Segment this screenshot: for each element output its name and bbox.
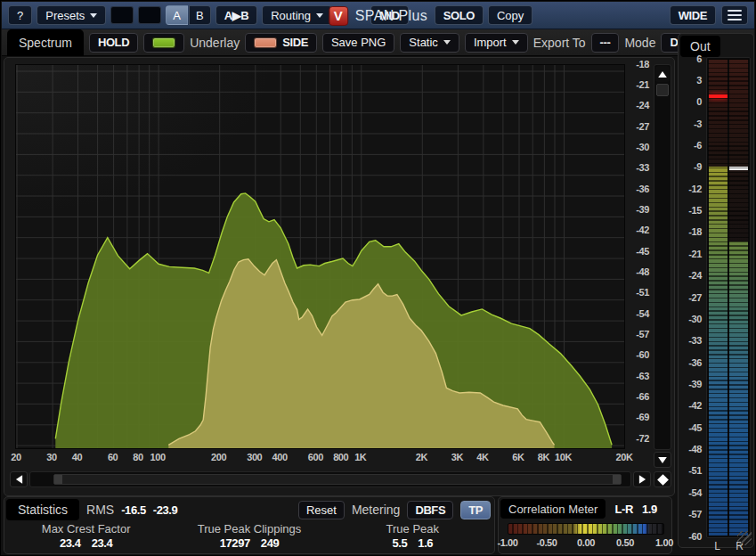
ab-switch-b[interactable]: B — [189, 5, 211, 25]
statistics-header: Statistics RMS -16.5 -23.9 Reset Meterin… — [6, 499, 491, 520]
diamond-icon — [657, 474, 669, 486]
meter-bar-left — [709, 60, 728, 536]
reset-label: Reset — [306, 503, 337, 517]
rms-value-right: -23.9 — [153, 503, 178, 517]
meter-fill-right — [729, 241, 748, 536]
chevron-down-icon — [443, 40, 451, 45]
arrow-right-icon — [638, 475, 645, 484]
top-toolbar: ? Presets A B A▶B Routing MID SOLO Copy … — [2, 2, 754, 29]
underlay-label: Underlay — [190, 36, 240, 50]
static-button[interactable]: Static — [400, 33, 459, 53]
vertical-scroll-thumb[interactable] — [656, 84, 669, 96]
meter-bar-right — [729, 60, 748, 536]
export-slot-button[interactable]: --- — [591, 33, 620, 53]
side-label: SIDE — [282, 36, 308, 49]
plugin-title: SPAN Plus — [355, 8, 428, 24]
routing-button[interactable]: Routing — [262, 5, 332, 25]
menu-icon[interactable] — [721, 5, 748, 25]
horizontal-scrollbar[interactable] — [29, 471, 631, 487]
tab-spectrum[interactable]: Spectrum — [7, 29, 84, 56]
stat-group: True Peak Clippings 17297249 — [167, 522, 330, 552]
resize-grip[interactable] — [737, 531, 752, 545]
fit-view-button[interactable] — [654, 471, 671, 487]
presets-button[interactable]: Presets — [37, 5, 106, 25]
spectrum-color-swatch — [152, 37, 175, 48]
scroll-up-button[interactable] — [655, 66, 670, 82]
stat-label: True Peak — [331, 522, 494, 536]
scroll-down-button[interactable] — [654, 452, 671, 468]
chevron-down-icon — [512, 40, 519, 45]
voxengo-logo-icon: V — [329, 6, 348, 26]
preset-slot-2[interactable] — [138, 6, 161, 24]
tp-label: TP — [468, 503, 483, 517]
dbfs-button[interactable]: DBFS — [407, 501, 453, 519]
brand: V SPAN Plus — [329, 2, 428, 29]
correlation-value: 1.9 — [642, 503, 657, 516]
arrow-down-icon — [658, 456, 667, 462]
stat-group: Max Crest Factor 23.423.4 — [4, 522, 167, 552]
mode-label: Mode — [624, 36, 655, 50]
ab-switch-a[interactable]: A — [166, 5, 188, 25]
side-color-swatch — [254, 37, 277, 48]
solo-button[interactable]: SOLO — [435, 5, 484, 25]
stat-values: 5.51.6 — [331, 536, 494, 551]
tab-correlation-meter[interactable]: Correlation Meter — [500, 499, 606, 519]
scroll-right-button[interactable] — [633, 471, 651, 487]
reset-button[interactable]: Reset — [298, 501, 345, 519]
a-to-b-button[interactable]: A▶B — [215, 5, 258, 25]
stat-label: Max Crest Factor — [4, 522, 167, 536]
spectrum-color-button[interactable] — [143, 33, 184, 53]
help-label: ? — [17, 9, 23, 22]
chevron-down-icon — [316, 13, 323, 18]
stat-values: 17297249 — [167, 536, 330, 551]
out-meter-scale: 630-3-6-9-12-15-18-21-24-27-30-33-36-39-… — [679, 57, 704, 543]
output-meter-panel: Out 630-3-6-9-12-15-18-21-24-27-30-33-36… — [678, 33, 754, 548]
correlation-channel-label: L-R — [614, 503, 632, 516]
correlation-bar[interactable] — [508, 523, 664, 535]
export-to-label: Export To — [533, 36, 586, 50]
scroll-left-button[interactable] — [10, 471, 28, 487]
stat-label: True Peak Clippings — [167, 522, 330, 536]
copy-button[interactable]: Copy — [488, 5, 532, 25]
preset-slot-1[interactable] — [110, 6, 134, 24]
presets-label: Presets — [45, 9, 85, 22]
true-peak-button[interactable]: TP — [460, 501, 491, 519]
horizontal-scroll-thumb[interactable] — [53, 474, 622, 485]
left-channel-label: L — [706, 540, 728, 552]
frequency-scale: 20304060801002003004006008001K2K3K4K6K8K… — [15, 452, 630, 464]
copy-label: Copy — [497, 9, 524, 22]
hold-button[interactable]: HOLD — [89, 33, 138, 53]
spectrum-toolbar: Spectrum HOLD Underlay SIDE Save PNG Sta… — [2, 29, 754, 56]
wide-label: WIDE — [679, 9, 707, 22]
peak-marker-left — [709, 94, 728, 98]
underlay-side-button[interactable]: SIDE — [245, 33, 317, 53]
arrow-left-icon — [15, 475, 21, 484]
dbfs-label: DBFS — [415, 503, 445, 517]
routing-label: Routing — [271, 9, 311, 22]
meter-fill-left — [709, 167, 728, 536]
vertical-scrollbar[interactable] — [654, 64, 671, 450]
correlation-header: Correlation Meter L-R 1.9 — [500, 499, 668, 519]
hold-label: HOLD — [98, 36, 129, 49]
import-button[interactable]: Import — [465, 33, 528, 53]
chevron-down-icon — [90, 13, 97, 18]
spectrum-svg — [16, 65, 625, 449]
peak-marker-right — [729, 167, 748, 170]
spectrum-plot[interactable] — [15, 64, 625, 449]
db-scale: -18-21-24-27-30-33-36-39-42-45-48-51-54-… — [627, 64, 651, 449]
wide-button[interactable]: WIDE — [670, 5, 716, 25]
save-png-label: Save PNG — [331, 36, 386, 49]
plugin-window: ? Presets A B A▶B Routing MID SOLO Copy … — [0, 0, 756, 556]
export-slot-value: --- — [600, 36, 611, 49]
solo-label: SOLO — [443, 9, 475, 22]
save-png-button[interactable]: Save PNG — [322, 33, 394, 53]
out-level-meter[interactable] — [706, 57, 751, 538]
help-button[interactable]: ? — [8, 5, 32, 25]
metering-label: Metering — [352, 503, 400, 517]
arrow-up-icon — [658, 70, 667, 77]
tab-statistics[interactable]: Statistics — [6, 499, 79, 520]
stat-values: 23.423.4 — [4, 536, 167, 551]
stat-group: True Peak 5.51.6 — [331, 522, 494, 552]
rms-value-left: -16.5 — [121, 503, 146, 517]
correlation-scale: -1.00-0.500.000.501.00 — [499, 537, 673, 550]
